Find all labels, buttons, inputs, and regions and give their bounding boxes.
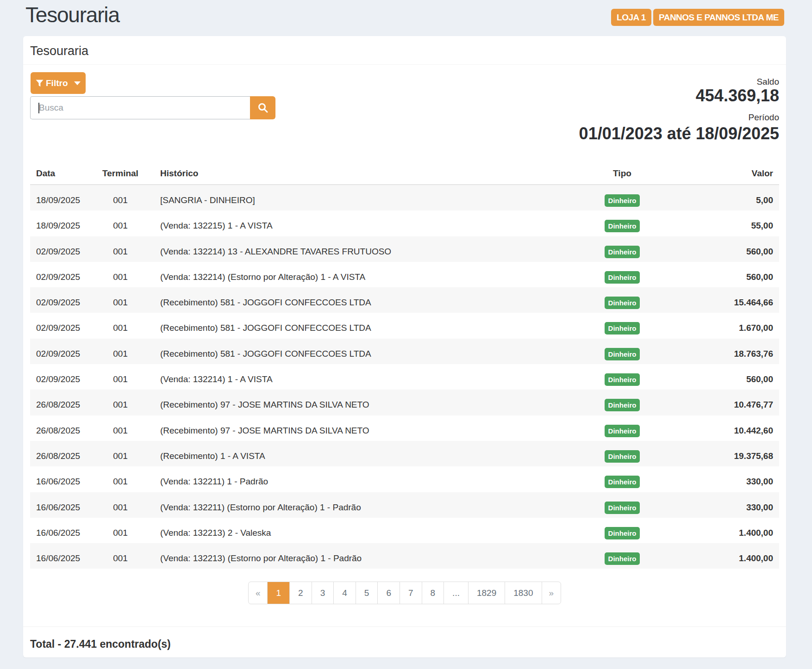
pagination-link[interactable]: » (542, 582, 561, 604)
periodo-group: Período 01/01/2023 até 18/09/2025 (579, 112, 779, 142)
pagination-item: 8 (422, 582, 444, 604)
cell-data: 16/06/2025 (30, 492, 95, 518)
cell-valor: 560,00 (696, 262, 779, 287)
cell-historico: (Venda: 132214) 1 - A VISTA (146, 364, 549, 390)
total-text: Total - 27.441 encontrado(s) (30, 637, 779, 651)
tipo-badge: Dinheiro (605, 450, 640, 463)
pagination-link[interactable]: « (249, 582, 268, 604)
tipo-badge: Dinheiro (605, 220, 640, 232)
pagination-item: 7 (400, 582, 422, 604)
cell-valor: 10.442,60 (696, 415, 779, 441)
cell-terminal: 001 (95, 390, 146, 415)
tipo-badge: Dinheiro (605, 322, 640, 334)
pagination-item: « (249, 582, 268, 604)
table-header-row: Data Terminal Histórico Tipo Valor (30, 167, 779, 185)
pagination-item: 1829 (468, 582, 505, 604)
pagination-link[interactable]: 5 (356, 582, 378, 604)
pagination-link[interactable]: 1829 (468, 582, 505, 604)
cell-historico: (Venda: 132211) (Estorno por Alteração) … (146, 492, 549, 518)
search-icon (257, 102, 269, 113)
pagination-link[interactable]: 1 (268, 582, 289, 604)
cell-valor: 15.464,66 (696, 287, 779, 313)
cell-tipo: Dinheiro (549, 441, 696, 466)
table-row: 26/08/2025 001 (Recebimento) 1 - A VISTA… (30, 441, 779, 466)
cell-historico: (Venda: 132211) 1 - Padrão (146, 466, 549, 492)
search-button[interactable] (250, 96, 275, 119)
cell-valor: 18.763,76 (696, 339, 779, 364)
pagination-link[interactable]: 8 (422, 582, 444, 604)
cell-historico: (Venda: 132214) (Estorno por Alteração) … (146, 262, 549, 287)
cell-valor: 55,00 (696, 211, 779, 236)
cell-data: 02/09/2025 (30, 236, 95, 262)
search-input[interactable] (30, 96, 250, 119)
pagination-item: 1830 (505, 582, 541, 604)
cell-terminal: 001 (95, 339, 146, 364)
pagination-link[interactable]: 7 (400, 582, 422, 604)
cell-tipo: Dinheiro (549, 364, 696, 390)
cell-data: 26/08/2025 (30, 390, 95, 415)
cell-data: 26/08/2025 (30, 415, 95, 441)
cell-data: 26/08/2025 (30, 441, 95, 466)
pagination-link[interactable]: 1830 (505, 582, 541, 604)
pagination-wrap: « 1 2 3 4 5 6 7 (30, 569, 779, 604)
cell-data: 02/09/2025 (30, 339, 95, 364)
table-row: 02/09/2025 001 (Recebimento) 581 - JOGGO… (30, 313, 779, 338)
table-row: 18/09/2025 001 (Venda: 132215) 1 - A VIS… (30, 211, 779, 236)
cell-terminal: 001 (95, 543, 146, 569)
summary-block: Saldo 454.369,18 Período 01/01/2023 até … (579, 76, 779, 142)
cell-valor: 560,00 (696, 236, 779, 262)
cell-tipo: Dinheiro (549, 185, 696, 211)
cell-tipo: Dinheiro (549, 390, 696, 415)
text-cursor (38, 103, 39, 113)
periodo-value: 01/01/2023 até 18/09/2025 (579, 125, 779, 142)
table-body: 18/09/2025 001 [SANGRIA - DINHEIRO] Dinh… (30, 185, 779, 569)
pagination-item: 5 (356, 582, 378, 604)
cell-historico: (Venda: 132214) 13 - ALEXANDRE TAVARES F… (146, 236, 549, 262)
cell-historico: [SANGRIA - DINHEIRO] (146, 185, 549, 211)
panel-heading: Tesouraria (23, 36, 786, 65)
cell-terminal: 001 (95, 211, 146, 236)
cell-tipo: Dinheiro (549, 415, 696, 441)
pagination-link[interactable]: 3 (312, 582, 334, 604)
cell-tipo: Dinheiro (549, 492, 696, 518)
cell-historico: (Recebimento) 581 - JOGGOFI CONFECCOES L… (146, 313, 549, 338)
company-button[interactable]: PANNOS E PANNOS LTDA ME (653, 9, 784, 26)
table-row: 02/09/2025 001 (Recebimento) 581 - JOGGO… (30, 287, 779, 313)
filter-icon (36, 80, 44, 87)
table-row: 16/06/2025 001 (Venda: 132213) 2 - Vales… (30, 518, 779, 543)
pagination-item: 2 (289, 582, 312, 604)
column-header-tipo: Tipo (549, 167, 696, 185)
store-button[interactable]: LOJA 1 (611, 9, 651, 26)
cell-terminal: 001 (95, 466, 146, 492)
pagination-item: 3 (312, 582, 334, 604)
cell-data: 02/09/2025 (30, 364, 95, 390)
saldo-value: 454.369,18 (579, 87, 779, 104)
pagination-link[interactable]: 6 (378, 582, 400, 604)
tipo-badge: Dinheiro (605, 476, 640, 488)
pagination-link[interactable]: 4 (334, 582, 356, 604)
cell-tipo: Dinheiro (549, 339, 696, 364)
cell-valor: 330,00 (696, 492, 779, 518)
cell-historico: (Venda: 132213) 2 - Valeska (146, 518, 549, 543)
filter-button[interactable]: Filtro (31, 72, 86, 94)
cell-tipo: Dinheiro (549, 262, 696, 287)
cell-valor: 560,00 (696, 364, 779, 390)
cell-data: 16/06/2025 (30, 466, 95, 492)
top-buttons: LOJA 1 PANNOS E PANNOS LTDA ME (611, 9, 784, 26)
column-header-data: Data (30, 167, 95, 185)
cell-terminal: 001 (95, 518, 146, 543)
cell-data: 02/09/2025 (30, 287, 95, 313)
cell-tipo: Dinheiro (549, 466, 696, 492)
cell-historico: (Venda: 132215) 1 - A VISTA (146, 211, 549, 236)
pagination-link[interactable]: 2 (290, 582, 312, 604)
cell-terminal: 001 (95, 236, 146, 262)
cell-data: 02/09/2025 (30, 262, 95, 287)
cell-historico: (Venda: 132213) (Estorno por Alteração) … (146, 543, 549, 569)
tipo-badge: Dinheiro (605, 399, 640, 411)
cell-terminal: 001 (95, 262, 146, 287)
cell-terminal: 001 (95, 441, 146, 466)
cell-terminal: 001 (95, 287, 146, 313)
pagination-link[interactable]: ... (444, 582, 468, 604)
table-row: 02/09/2025 001 (Recebimento) 581 - JOGGO… (30, 339, 779, 364)
tipo-badge: Dinheiro (605, 373, 640, 386)
